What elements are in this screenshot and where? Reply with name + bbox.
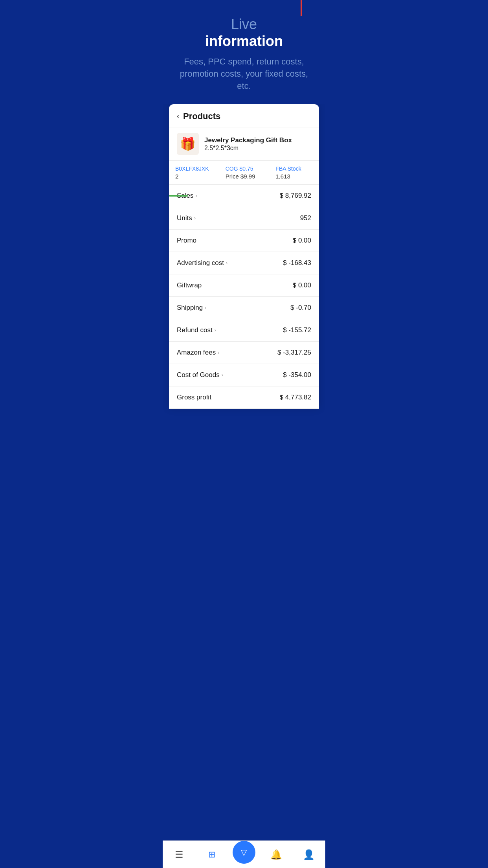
metric-fba-label: FBA Stock	[275, 166, 313, 172]
cog-chevron: ›	[222, 372, 223, 378]
page-wrapper: Live information Fees, PPC spend, return…	[163, 0, 325, 440]
product-size: 2.5*2.5*3cm	[204, 145, 292, 152]
row-shipping[interactable]: Shipping › $ -0.70	[169, 297, 319, 319]
metric-fba-value: 1,613	[275, 173, 313, 180]
metric-cog[interactable]: COG $0.75 Price $9.99	[219, 161, 270, 184]
card-title: Products	[183, 111, 220, 121]
hero-information-text: information	[172, 33, 316, 50]
giftwrap-label: Giftwrap	[177, 281, 202, 289]
hero-section: Live information Fees, PPC spend, return…	[163, 0, 325, 104]
promo-label: Promo	[177, 237, 196, 245]
advertising-chevron: ›	[226, 260, 227, 266]
amazon-fees-label: Amazon fees ›	[177, 349, 220, 357]
row-units[interactable]: Units › 952	[169, 207, 319, 230]
giftwrap-value: $ 0.00	[293, 281, 311, 289]
product-image: 🎁	[177, 133, 199, 155]
product-row: 🎁 Jewelry Packaging Gift Box 2.5*2.5*3cm	[169, 127, 319, 161]
units-chevron: ›	[194, 215, 196, 221]
red-indicator	[301, 0, 302, 16]
row-sales[interactable]: Sales › $ 8,769.92	[169, 185, 319, 207]
gross-profit-label: Gross profit	[177, 394, 211, 401]
shipping-chevron: ›	[205, 305, 206, 311]
row-gross-profit: Gross profit $ 4,773.82	[169, 386, 319, 409]
sales-chevron: ›	[196, 193, 197, 199]
hero-live-text: Live	[172, 16, 316, 33]
refund-label: Refund cost ›	[177, 326, 216, 334]
shipping-label: Shipping ›	[177, 304, 207, 312]
refund-chevron: ›	[215, 327, 216, 333]
gross-profit-value: $ 4,773.82	[280, 394, 311, 401]
sales-value: $ 8,769.92	[280, 192, 311, 200]
units-label: Units ›	[177, 214, 196, 222]
row-cost-of-goods[interactable]: Cost of Goods › $ -354.00	[169, 364, 319, 386]
units-value: 952	[300, 214, 311, 222]
product-emoji: 🎁	[180, 136, 196, 151]
advertising-label: Advertising cost ›	[177, 259, 227, 267]
card-header: ‹ Products	[169, 104, 319, 127]
metric-asin[interactable]: B0XLFX8JXK 2	[169, 161, 219, 184]
product-info: Jewelry Packaging Gift Box 2.5*2.5*3cm	[204, 136, 292, 152]
metric-cog-label: COG $0.75	[226, 166, 263, 172]
row-amazon-fees[interactable]: Amazon fees › $ -3,317.25	[169, 342, 319, 364]
back-button[interactable]: ‹	[177, 112, 179, 120]
product-name: Jewelry Packaging Gift Box	[204, 136, 292, 145]
hero-subtitle: Fees, PPC spend, return costs, promotion…	[172, 56, 316, 92]
row-promo: Promo $ 0.00	[169, 230, 319, 252]
row-refund-cost[interactable]: Refund cost › $ -155.72	[169, 319, 319, 342]
amazon-fees-value: $ -3,317.25	[277, 349, 311, 357]
row-advertising-cost[interactable]: Advertising cost › $ -168.43	[169, 252, 319, 274]
metric-asin-value: 2	[175, 173, 213, 180]
advertising-value: $ -168.43	[283, 259, 311, 267]
metrics-row: B0XLFX8JXK 2 COG $0.75 Price $9.99 FBA S…	[169, 161, 319, 185]
amazon-fees-chevron: ›	[218, 349, 219, 355]
product-card: ‹ Products 🎁 Jewelry Packaging Gift Box …	[169, 104, 319, 409]
shipping-value: $ -0.70	[290, 304, 311, 312]
metric-fba[interactable]: FBA Stock 1,613	[269, 161, 319, 184]
refund-value: $ -155.72	[283, 326, 311, 334]
cog-label: Cost of Goods ›	[177, 371, 223, 379]
cog-value: $ -354.00	[283, 371, 311, 379]
row-giftwrap: Giftwrap $ 0.00	[169, 274, 319, 297]
metric-cog-value: Price $9.99	[226, 173, 263, 180]
promo-value: $ 0.00	[293, 237, 311, 245]
green-bar	[169, 195, 188, 197]
metric-asin-label: B0XLFX8JXK	[175, 166, 213, 172]
